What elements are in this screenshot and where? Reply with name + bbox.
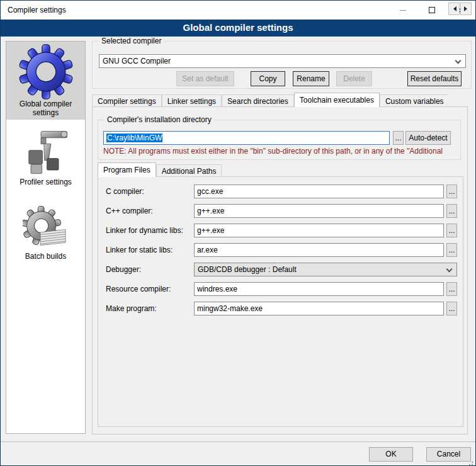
make-program-input[interactable]: mingw32-make.exe xyxy=(194,302,444,315)
linker-static-input[interactable]: ar.exe xyxy=(194,243,444,257)
toolchain-executables-page: Compiler's installation directory C:\ray… xyxy=(92,106,468,435)
subtab-program-files[interactable]: Program Files xyxy=(98,162,156,177)
make-program-browse-button[interactable]: ... xyxy=(446,302,457,315)
maximize-button[interactable] xyxy=(417,1,446,20)
settings-sidebar: Global compiler settings Profiler settin… xyxy=(6,41,86,434)
settings-tab-strip: Compiler settings Linker settings Search… xyxy=(92,93,448,107)
tab-toolchain-executables[interactable]: Toolchain executables xyxy=(294,93,380,107)
sidebar-item-label: Batch builds xyxy=(6,252,85,261)
sidebar-item-profiler-settings[interactable]: Profiler settings xyxy=(6,125,85,186)
dialog-header: Global compiler settings xyxy=(1,20,475,37)
reset-defaults-button[interactable]: Reset defaults xyxy=(407,71,462,86)
sidebar-item-label: Profiler settings xyxy=(6,178,85,186)
caliper-icon xyxy=(21,127,71,178)
install-dir-input[interactable]: C:\raylib\MinGW xyxy=(103,131,390,145)
ok-button[interactable]: OK xyxy=(369,447,413,462)
tab-compiler-settings[interactable]: Compiler settings xyxy=(92,94,162,107)
c-compiler-input[interactable]: gcc.exe xyxy=(194,185,444,198)
sidebar-item-global-compiler-settings[interactable]: Global compiler settings xyxy=(6,42,85,120)
maximize-icon xyxy=(429,7,435,13)
program-files-tab-strip: Program Files Additional Paths xyxy=(98,162,463,177)
cpp-compiler-input[interactable]: g++.exe xyxy=(194,204,444,218)
gear-stack-icon xyxy=(23,205,69,252)
sidebar-item-label: Global compiler settings xyxy=(6,99,85,117)
install-dir-group-title: Compiler's installation directory xyxy=(105,115,214,124)
footer-divider xyxy=(1,441,475,442)
linker-static-browse-button[interactable]: ... xyxy=(446,243,457,257)
gear-blue-icon xyxy=(18,44,74,99)
arrow-right-icon xyxy=(464,6,470,11)
linker-dynamic-browse-button[interactable]: ... xyxy=(446,224,457,237)
tab-custom-variables[interactable]: Custom variables xyxy=(380,94,448,107)
delete-button[interactable]: Delete xyxy=(336,71,372,86)
compiler-select-value: GNU GCC Compiler xyxy=(103,57,171,65)
set-as-default-button[interactable]: Set as default xyxy=(176,71,234,86)
resize-grip[interactable] xyxy=(472,462,473,463)
selected-compiler-group: Selected compiler GNU GCC Compiler Set a… xyxy=(92,41,472,89)
linker-dynamic-label: Linker for dynamic libs: xyxy=(106,225,183,236)
tab-scroll-left-button[interactable] xyxy=(448,3,460,15)
program-files-page: C compiler: gcc.exe ... C++ compiler: g+… xyxy=(98,176,463,427)
tab-scroll-right-button[interactable] xyxy=(460,3,472,15)
linker-static-label: Linker for static libs: xyxy=(106,245,173,255)
compiler-settings-dialog: Compiler settings Global compiler settin… xyxy=(0,0,476,466)
auto-detect-button[interactable]: Auto-detect xyxy=(405,131,451,145)
chevron-down-icon xyxy=(446,266,453,273)
arrow-left-icon xyxy=(451,6,456,11)
install-dir-selected-text: C:\raylib\MinGW xyxy=(106,134,162,142)
cpp-compiler-browse-button[interactable]: ... xyxy=(446,204,457,218)
title-bar: Compiler settings xyxy=(1,1,475,20)
rename-button[interactable]: Rename xyxy=(293,71,329,86)
debugger-label: Debugger: xyxy=(106,264,141,275)
install-dir-note: NOTE: All programs must exist either in … xyxy=(103,147,456,156)
debugger-select[interactable]: GDB/CDB debugger : Default xyxy=(194,263,457,276)
minimize-icon xyxy=(400,10,406,11)
resource-compiler-browse-button[interactable]: ... xyxy=(446,282,457,296)
tab-linker-settings[interactable]: Linker settings xyxy=(162,94,222,107)
chevron-down-icon xyxy=(455,58,462,64)
resource-compiler-input[interactable]: windres.exe xyxy=(194,282,444,296)
resource-compiler-label: Resource compiler: xyxy=(106,284,171,294)
selected-compiler-group-title: Selected compiler xyxy=(99,37,164,45)
install-dir-browse-button[interactable]: ... xyxy=(393,131,404,145)
sidebar-item-batch-builds[interactable]: Batch builds xyxy=(6,203,85,261)
copy-button[interactable]: Copy xyxy=(251,71,285,86)
c-compiler-label: C compiler: xyxy=(106,186,144,196)
make-program-label: Make program: xyxy=(106,304,157,314)
cpp-compiler-label: C++ compiler: xyxy=(106,206,153,216)
subtab-additional-paths[interactable]: Additional Paths xyxy=(156,164,222,177)
tab-search-directories[interactable]: Search directories xyxy=(222,94,294,107)
c-compiler-browse-button[interactable]: ... xyxy=(446,185,457,198)
cancel-button[interactable]: Cancel xyxy=(426,447,471,462)
minimize-button[interactable] xyxy=(388,1,417,20)
linker-dynamic-input[interactable]: g++.exe xyxy=(194,224,444,237)
window-title: Compiler settings xyxy=(8,1,66,20)
debugger-select-value: GDB/CDB debugger : Default xyxy=(198,265,297,274)
compiler-select[interactable]: GNU GCC Compiler xyxy=(99,54,466,68)
